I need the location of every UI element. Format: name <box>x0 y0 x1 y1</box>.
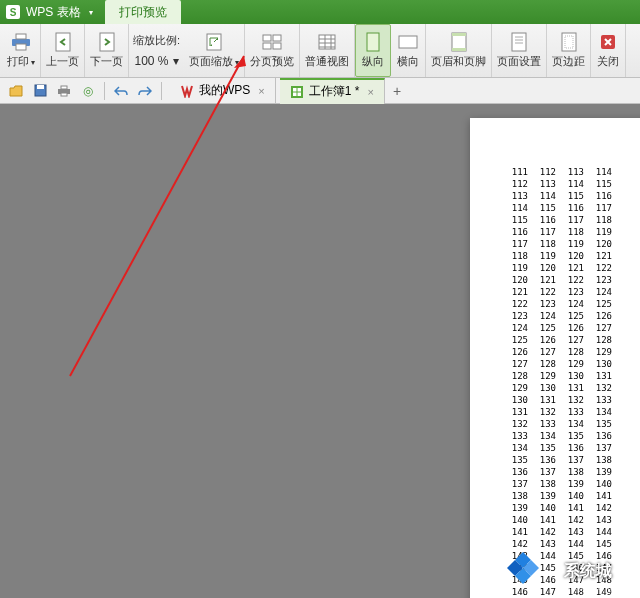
data-cell: 117 <box>556 214 584 226</box>
data-cell: 126 <box>528 334 556 346</box>
data-row: 130131132133 <box>500 394 640 406</box>
ribbon: 打印▾ 上一页 下一页 缩放比例: 100 %▾ 页面缩放▾ 分页预览 普通视图… <box>0 24 640 78</box>
data-cell: 117 <box>500 238 528 250</box>
data-cell: 125 <box>500 334 528 346</box>
save-icon[interactable] <box>31 82 49 100</box>
print-button[interactable]: 打印▾ <box>2 24 41 77</box>
portrait-button[interactable]: 纵向 <box>355 24 391 77</box>
svg-rect-2 <box>16 44 26 50</box>
data-row: 116117118119 <box>500 226 640 238</box>
data-cell: 130 <box>528 382 556 394</box>
page-break-preview-button[interactable]: 分页预览 <box>245 24 300 77</box>
data-cell: 123 <box>584 274 612 286</box>
data-row: 136137138139 <box>500 466 640 478</box>
quick-access-bar: ◎ 我的WPS × 工作簿1 * × + <box>0 78 640 104</box>
normal-view-button[interactable]: 普通视图 <box>300 24 355 77</box>
open-icon[interactable] <box>7 82 25 100</box>
titlebar: S WPS 表格 ▾ 打印预览 <box>0 0 640 24</box>
data-cell: 139 <box>528 490 556 502</box>
svg-rect-1 <box>16 34 26 39</box>
print-preview-quick-icon[interactable]: ◎ <box>79 82 97 100</box>
data-cell: 142 <box>528 526 556 538</box>
close-icon <box>596 32 620 52</box>
data-cell: 143 <box>528 538 556 550</box>
ribbon-tab-print-preview[interactable]: 打印预览 <box>105 0 181 24</box>
data-cell: 123 <box>500 310 528 322</box>
data-row: 123124125126 <box>500 310 640 322</box>
data-row: 131132133134 <box>500 406 640 418</box>
next-page-button[interactable]: 下一页 <box>85 24 129 77</box>
data-row: 135136137138 <box>500 454 640 466</box>
prev-page-button[interactable]: 上一页 <box>41 24 85 77</box>
data-cell: 137 <box>500 478 528 490</box>
redo-icon[interactable] <box>136 82 154 100</box>
normal-view-icon <box>315 32 339 52</box>
page-prev-icon <box>51 32 75 52</box>
data-cell: 119 <box>500 262 528 274</box>
print-quick-icon[interactable] <box>55 82 73 100</box>
svg-rect-9 <box>273 43 281 49</box>
data-cell: 119 <box>528 250 556 262</box>
add-tab-button[interactable]: + <box>393 83 401 99</box>
tab-close-icon[interactable]: × <box>258 85 264 97</box>
data-cell: 128 <box>584 334 612 346</box>
landscape-icon <box>396 32 420 52</box>
margins-button[interactable]: 页边距 <box>547 24 591 77</box>
landscape-button[interactable]: 横向 <box>391 24 426 77</box>
page-setup-button[interactable]: 页面设置 <box>492 24 547 77</box>
data-cell: 124 <box>500 322 528 334</box>
undo-icon[interactable] <box>112 82 130 100</box>
data-cell: 126 <box>500 346 528 358</box>
data-cell: 137 <box>556 454 584 466</box>
data-cell: 132 <box>556 394 584 406</box>
data-cell: 141 <box>528 514 556 526</box>
data-cell: 114 <box>584 166 612 178</box>
data-row: 126127128129 <box>500 346 640 358</box>
data-cell: 139 <box>584 466 612 478</box>
data-cell: 122 <box>528 286 556 298</box>
data-cell: 133 <box>500 430 528 442</box>
data-row: 141142143144 <box>500 526 640 538</box>
data-cell: 118 <box>500 250 528 262</box>
data-cell: 122 <box>500 298 528 310</box>
data-cell: 124 <box>556 298 584 310</box>
app-logo-icon: S <box>6 5 20 19</box>
header-footer-button[interactable]: 页眉和页脚 <box>426 24 492 77</box>
svg-rect-21 <box>512 33 526 51</box>
data-cell: 139 <box>556 478 584 490</box>
data-cell: 123 <box>528 298 556 310</box>
page-break-icon <box>260 32 284 52</box>
preview-workspace[interactable]: 1111121131141121131141151131141151161141… <box>0 104 640 598</box>
data-cell: 137 <box>528 466 556 478</box>
data-cell: 113 <box>500 190 528 202</box>
data-cell: 138 <box>528 478 556 490</box>
zoom-value-dropdown[interactable]: 100 %▾ <box>135 54 179 68</box>
svg-rect-19 <box>452 33 466 36</box>
tab-my-wps[interactable]: 我的WPS × <box>170 78 276 104</box>
data-cell: 130 <box>556 370 584 382</box>
data-cell: 113 <box>556 166 584 178</box>
data-cell: 134 <box>556 418 584 430</box>
data-cell: 141 <box>556 502 584 514</box>
page-setup-icon <box>507 32 531 52</box>
data-row: 138139140141 <box>500 490 640 502</box>
tab-close-icon[interactable]: × <box>367 86 373 98</box>
data-cell: 121 <box>500 286 528 298</box>
svg-rect-32 <box>61 93 67 96</box>
data-cell: 115 <box>500 214 528 226</box>
data-cell: 130 <box>584 358 612 370</box>
data-cell: 120 <box>528 262 556 274</box>
svg-rect-31 <box>61 86 67 89</box>
data-cell: 147 <box>528 586 556 598</box>
data-row: 133134135136 <box>500 430 640 442</box>
data-cell: 145 <box>584 538 612 550</box>
data-cell: 116 <box>528 214 556 226</box>
page-zoom-button[interactable]: 页面缩放▾ <box>184 24 245 77</box>
tab-workbook[interactable]: 工作簿1 * × <box>280 78 385 104</box>
data-cell: 128 <box>500 370 528 382</box>
app-menu-dropdown[interactable]: ▾ <box>89 8 93 17</box>
svg-rect-4 <box>100 33 114 51</box>
data-row: 124125126127 <box>500 322 640 334</box>
close-button[interactable]: 关闭 <box>591 24 626 77</box>
svg-rect-7 <box>273 35 281 41</box>
